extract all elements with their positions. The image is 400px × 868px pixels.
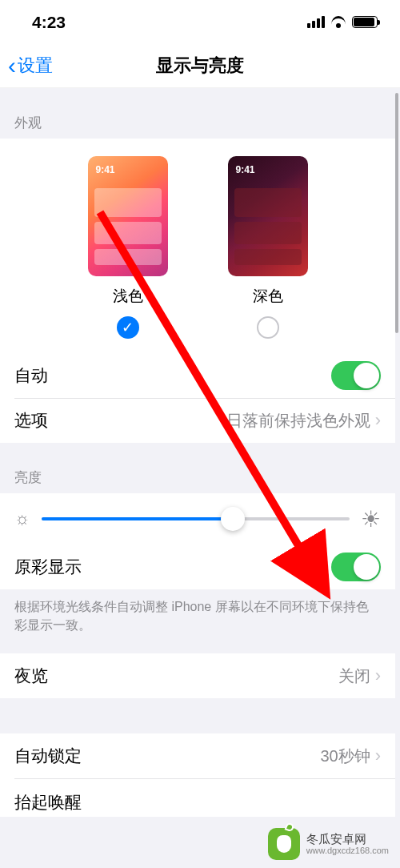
page-title: 显示与亮度 — [156, 54, 244, 78]
watermark-url: www.dgxcdz168.com — [306, 846, 389, 856]
dark-mode-radio[interactable] — [257, 316, 279, 339]
chevron-left-icon: ‹ — [8, 54, 16, 78]
status-time: 4:23 — [32, 13, 66, 32]
auto-lock-value: 30秒钟 › — [320, 745, 381, 767]
watermark-title: 冬瓜安卓网 — [306, 832, 366, 846]
auto-lock-row[interactable]: 自动锁定 30秒钟 › — [0, 733, 395, 778]
chevron-right-icon: › — [375, 745, 381, 766]
appearance-header: 外观 — [0, 88, 395, 139]
light-mode-radio[interactable]: ✓ — [117, 316, 139, 339]
chevron-right-icon: › — [375, 665, 381, 686]
light-mode-label: 浅色 — [113, 286, 143, 307]
brightness-slider[interactable] — [42, 507, 350, 531]
true-tone-toggle[interactable] — [331, 553, 381, 581]
scrollbar[interactable] — [395, 93, 398, 333]
brightness-slider-row: ☼ ☀ — [0, 493, 395, 545]
dark-mode-preview: 9:41 — [228, 156, 308, 276]
auto-toggle[interactable] — [331, 361, 381, 390]
wifi-icon — [330, 16, 347, 29]
back-label: 设置 — [18, 54, 53, 78]
true-tone-footer: 根据环境光线条件自动调整 iPhone 屏幕以在不同环境下保持色彩显示一致。 — [0, 589, 395, 641]
watermark: 冬瓜安卓网 www.dgxcdz168.com — [268, 820, 400, 868]
auto-section: 自动 选项 日落前保持浅色外观 › — [0, 353, 395, 443]
back-button[interactable]: ‹ 设置 — [8, 54, 53, 78]
brightness-section: ☼ ☀ 原彩显示 — [0, 493, 395, 589]
auto-row: 自动 — [0, 353, 395, 398]
status-bar: 4:23 — [0, 0, 400, 44]
night-shift-value: 关闭 › — [338, 665, 381, 687]
appearance-section: 9:41 浅色 ✓ 9:41 深色 — [0, 139, 395, 353]
raise-to-wake-label: 抬起唤醒 — [14, 791, 82, 814]
true-tone-label: 原彩显示 — [14, 556, 82, 578]
cellular-signal-icon — [307, 16, 325, 28]
brightness-low-icon: ☼ — [14, 508, 30, 529]
dark-mode-label: 深色 — [253, 286, 283, 307]
watermark-logo-icon — [268, 828, 300, 860]
nav-bar: ‹ 设置 显示与亮度 — [0, 44, 400, 88]
light-mode-preview: 9:41 — [88, 156, 168, 276]
status-indicators — [307, 16, 378, 29]
appearance-option-dark[interactable]: 9:41 深色 — [228, 156, 308, 339]
true-tone-row: 原彩显示 — [0, 545, 395, 589]
raise-to-wake-row: 抬起唤醒 — [0, 778, 395, 817]
night-shift-row[interactable]: 夜览 关闭 › — [0, 653, 395, 698]
chevron-right-icon: › — [375, 410, 381, 431]
options-label: 选项 — [14, 409, 48, 432]
options-value: 日落前保持浅色外观 › — [226, 410, 381, 432]
battery-icon — [352, 16, 378, 28]
settings-content: 外观 9:41 浅色 ✓ 9:41 深色 自动 选项 日落前保持浅 — [0, 88, 395, 820]
brightness-header: 亮度 — [0, 443, 395, 493]
night-shift-section: 夜览 关闭 › — [0, 653, 395, 698]
night-shift-label: 夜览 — [14, 665, 48, 687]
auto-lock-section: 自动锁定 30秒钟 › 抬起唤醒 — [0, 733, 395, 817]
appearance-option-light[interactable]: 9:41 浅色 ✓ — [88, 156, 168, 339]
auto-label: 自动 — [14, 364, 48, 387]
brightness-high-icon: ☀ — [361, 506, 381, 532]
options-row[interactable]: 选项 日落前保持浅色外观 › — [0, 398, 395, 443]
auto-lock-label: 自动锁定 — [14, 745, 82, 767]
